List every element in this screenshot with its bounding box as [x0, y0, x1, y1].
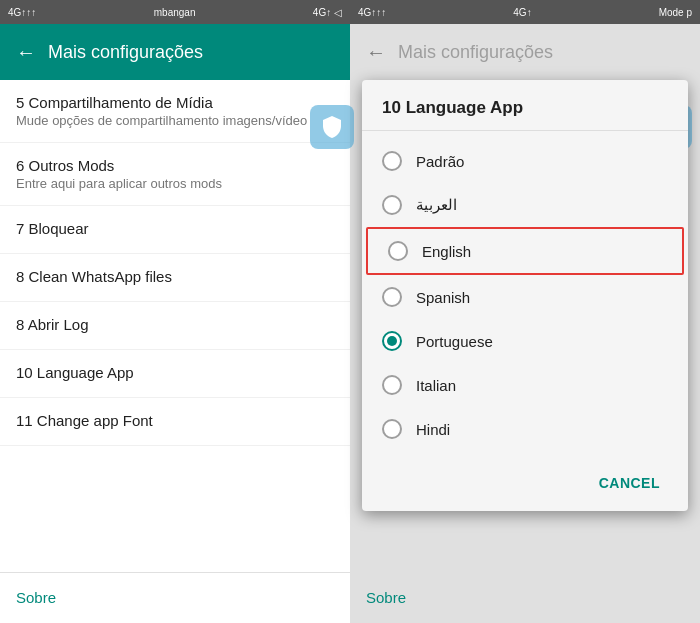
right-toolbar-title: Mais configurações [398, 42, 553, 63]
right-panel: 4G↑↑↑ 4G↑ Mode p ← Mais configurações 10… [350, 0, 700, 623]
menu-item-media-share-title: 5 Compartilhamento de Mídia [16, 94, 334, 111]
menu-item-clean-files[interactable]: 8 Clean WhatsApp files [0, 254, 350, 302]
left-toolbar: ← Mais configurações [0, 24, 350, 80]
option-padrao-label: Padrão [416, 153, 464, 170]
menu-item-language-app-title: 10 Language App [16, 364, 334, 381]
left-status-bar: 4G↑↑↑ mbangan 4G↑ ◁ [0, 0, 350, 24]
option-hindi-label: Hindi [416, 421, 450, 438]
float-icon-left [310, 105, 354, 149]
menu-item-bloquear-title: 7 Bloquear [16, 220, 334, 237]
option-portuguese-label: Portuguese [416, 333, 493, 350]
option-spanish[interactable]: Spanish [362, 275, 688, 319]
right-back-button[interactable]: ← [366, 41, 386, 64]
option-portuguese[interactable]: Portuguese [362, 319, 688, 363]
left-panel: 4G↑↑↑ mbangan 4G↑ ◁ ← Mais configurações… [0, 0, 350, 623]
menu-item-change-font[interactable]: 11 Change app Font [0, 398, 350, 446]
radio-italian [382, 375, 402, 395]
radio-spanish [382, 287, 402, 307]
option-italian[interactable]: Italian [362, 363, 688, 407]
radio-padrao [382, 151, 402, 171]
language-dialog: 10 Language App Padrão العربية English S… [362, 80, 688, 511]
left-status-app: mbangan [154, 7, 196, 18]
option-arabic-label: العربية [416, 196, 457, 214]
left-status-right: 4G↑ ◁ [313, 7, 342, 18]
radio-portuguese [382, 331, 402, 351]
cancel-button[interactable]: CANCEL [587, 467, 672, 499]
option-padrao[interactable]: Padrão [362, 139, 688, 183]
menu-item-media-share[interactable]: 5 Compartilhamento de Mídia Mude opções … [0, 80, 350, 143]
right-status-app: 4G↑ [513, 7, 531, 18]
menu-item-outros-mods-title: 6 Outros Mods [16, 157, 334, 174]
menu-item-clean-files-title: 8 Clean WhatsApp files [16, 268, 334, 285]
dialog-options: Padrão العربية English Spanish Portugues… [362, 131, 688, 459]
menu-item-change-font-title: 11 Change app Font [16, 412, 334, 429]
right-status-right: Mode p [659, 7, 692, 18]
left-footer: Sobre [0, 572, 350, 623]
radio-hindi [382, 419, 402, 439]
menu-item-abrir-log-title: 8 Abrir Log [16, 316, 334, 333]
right-toolbar: ← Mais configurações [350, 24, 700, 80]
menu-item-bloquear[interactable]: 7 Bloquear [0, 206, 350, 254]
left-back-button[interactable]: ← [16, 41, 36, 64]
menu-item-outros-mods[interactable]: 6 Outros Mods Entre aqui para aplicar ou… [0, 143, 350, 206]
dialog-actions: CANCEL [362, 459, 688, 511]
option-hindi[interactable]: Hindi [362, 407, 688, 451]
left-sobre-link[interactable]: Sobre [16, 589, 56, 606]
right-sobre-link[interactable]: Sobre [366, 589, 406, 606]
right-footer: Sobre [350, 573, 700, 623]
right-status-left: 4G↑↑↑ [358, 7, 386, 18]
left-toolbar-title: Mais configurações [48, 42, 203, 63]
menu-item-language-app[interactable]: 10 Language App [0, 350, 350, 398]
menu-item-media-share-subtitle: Mude opções de compartilhamento imagens/… [16, 113, 334, 128]
left-status-left: 4G↑↑↑ [8, 7, 36, 18]
option-english[interactable]: English [366, 227, 684, 275]
left-menu-list: 5 Compartilhamento de Mídia Mude opções … [0, 80, 350, 572]
option-english-label: English [422, 243, 471, 260]
option-arabic[interactable]: العربية [362, 183, 688, 227]
option-italian-label: Italian [416, 377, 456, 394]
right-status-bar: 4G↑↑↑ 4G↑ Mode p [350, 0, 700, 24]
radio-english [388, 241, 408, 261]
option-spanish-label: Spanish [416, 289, 470, 306]
menu-item-abrir-log[interactable]: 8 Abrir Log [0, 302, 350, 350]
menu-item-outros-mods-subtitle: Entre aqui para aplicar outros mods [16, 176, 334, 191]
radio-arabic [382, 195, 402, 215]
dialog-title: 10 Language App [362, 80, 688, 131]
